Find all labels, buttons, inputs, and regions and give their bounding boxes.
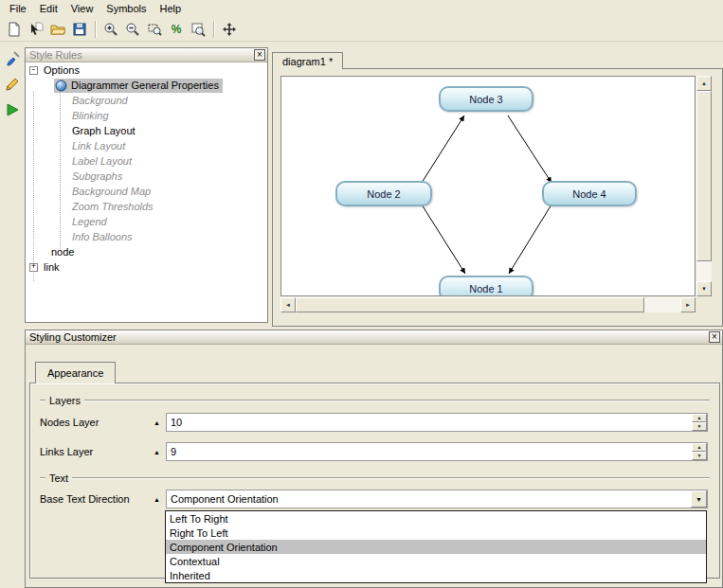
spinner-down-icon[interactable]: ▼ xyxy=(692,422,707,431)
tree-selection-highlight: Diagrammer General Properties xyxy=(54,79,223,93)
vertical-scrollbar[interactable]: ▲ ▼ xyxy=(696,76,712,296)
tree-item-link[interactable]: + link xyxy=(26,259,267,275)
zoom-out-icon[interactable] xyxy=(122,19,143,40)
tree-item-label: Blinking xyxy=(72,110,109,121)
dropdown-option-right-to-left[interactable]: Right To Left xyxy=(166,526,706,540)
styling-customizer-close-button[interactable]: × xyxy=(709,331,720,343)
nodes-layer-field[interactable]: ▲ ▼ xyxy=(166,413,708,432)
horizontal-scrollbar-thumb[interactable] xyxy=(296,297,644,312)
tree-item-background[interactable]: Background xyxy=(26,93,267,108)
layers-group-header: Layers xyxy=(40,395,710,405)
spinner-up-icon[interactable]: ▲ xyxy=(692,443,707,452)
style-rules-close-button[interactable]: × xyxy=(254,49,265,61)
expand-icon[interactable]: + xyxy=(29,263,38,272)
style-rules-header: Style Rules × xyxy=(26,48,267,62)
tree-item-label: Subgraphs xyxy=(72,170,122,182)
diagram-node-4[interactable]: Node 4 xyxy=(542,181,637,206)
vertical-scrollbar-thumb[interactable] xyxy=(696,91,712,261)
combo-selected-value: Component Orientation xyxy=(171,493,279,505)
tree-item-diagrammer-general-properties[interactable]: Diagrammer General Properties xyxy=(26,78,267,93)
save-icon[interactable] xyxy=(69,19,90,40)
links-layer-label: Links Layer xyxy=(40,446,154,457)
base-text-direction-dropdown-list: Left To Right Right To Left Component Or… xyxy=(165,510,707,583)
diagram-canvas[interactable]: Node 3 Node 2 Node 4 Node 1 xyxy=(280,76,696,296)
zoom-percent-icon[interactable]: % xyxy=(166,19,187,40)
diagram-body: Node 3 Node 2 Node 4 Node 1 ▲ ▼ ◄ ► xyxy=(272,68,723,327)
tree-item-label-layout[interactable]: Label Layout xyxy=(26,153,267,169)
toolbar-separator xyxy=(213,21,215,38)
main-toolbar: % xyxy=(0,17,723,42)
menu-edit[interactable]: Edit xyxy=(33,2,64,15)
pan-icon[interactable] xyxy=(219,19,240,40)
links-layer-spinner[interactable]: ▲ ▼ xyxy=(692,443,707,460)
diagrammer-properties-icon xyxy=(55,80,67,92)
styling-customizer-panel: Styling Customizer × Appearance Layers N… xyxy=(25,330,723,588)
spinner-up-icon[interactable]: ▲ xyxy=(692,414,707,422)
zoom-in-icon[interactable] xyxy=(100,19,121,40)
base-text-direction-row: Base Text Direction ▲ Component Orientat… xyxy=(40,490,708,508)
tree-item-node[interactable]: node xyxy=(26,244,267,259)
tree-item-zoom-thresholds[interactable]: Zoom Thresholds xyxy=(26,199,267,214)
menu-file[interactable]: File xyxy=(3,2,33,15)
scroll-right-icon[interactable]: ► xyxy=(680,297,696,312)
group-rule-line xyxy=(72,477,710,479)
open-folder-icon[interactable] xyxy=(47,19,68,40)
nodes-layer-row: Nodes Layer ▲ ▲ ▼ xyxy=(40,413,708,432)
tree-item-label: Diagrammer General Properties xyxy=(71,80,219,91)
diagram-node-2[interactable]: Node 2 xyxy=(335,181,432,206)
links-layer-field[interactable]: ▲ ▼ xyxy=(166,442,708,461)
style-rules-panel: Style Rules × - Options Diagrammer Gener… xyxy=(25,47,268,323)
tree-item-label: Legend xyxy=(72,216,107,227)
tree-item-blinking[interactable]: Blinking xyxy=(26,108,267,123)
tab-appearance-label: Appearance xyxy=(47,367,103,379)
fit-to-window-icon[interactable] xyxy=(188,19,208,40)
base-text-direction-combo[interactable]: Component Orientation ▼ xyxy=(166,490,708,508)
dropdown-option-left-to-right[interactable]: Left To Right xyxy=(166,511,706,526)
tree-item-subgraphs[interactable]: Subgraphs xyxy=(26,169,267,184)
scroll-left-icon[interactable]: ◄ xyxy=(280,297,296,312)
menu-help[interactable]: Help xyxy=(154,2,189,15)
scroll-down-icon[interactable]: ▼ xyxy=(696,281,712,296)
tree-item-options[interactable]: - Options xyxy=(26,62,267,78)
run-icon[interactable] xyxy=(3,100,22,119)
diagram-node-3[interactable]: Node 3 xyxy=(439,86,533,112)
dropdown-option-inherited[interactable]: Inherited xyxy=(166,568,706,582)
advanced-marker-icon: ▲ xyxy=(154,419,166,426)
diagram-node-1[interactable]: Node 1 xyxy=(439,276,533,296)
horizontal-scrollbar[interactable]: ◄ ► xyxy=(280,297,696,312)
collapse-icon[interactable]: - xyxy=(29,66,38,75)
scroll-up-icon[interactable]: ▲ xyxy=(696,76,712,91)
combo-dropdown-icon[interactable]: ▼ xyxy=(691,490,707,508)
nodes-layer-spinner[interactable]: ▲ ▼ xyxy=(692,414,707,431)
tree-item-label: node xyxy=(51,246,74,258)
dropdown-option-component-orientation[interactable]: Component Orientation xyxy=(166,540,706,554)
menu-view[interactable]: View xyxy=(64,2,100,15)
tree-item-label: Options xyxy=(44,64,80,76)
zoom-area-icon[interactable] xyxy=(144,19,165,40)
spinner-down-icon[interactable]: ▼ xyxy=(692,452,707,460)
tree-item-link-layout[interactable]: Link Layout xyxy=(26,138,267,153)
tree-item-graph-layout[interactable]: Graph Layout xyxy=(26,123,267,138)
new-document-icon[interactable] xyxy=(4,19,25,40)
tree-item-background-map[interactable]: Background Map xyxy=(26,184,267,199)
tree-item-legend[interactable]: Legend xyxy=(26,214,267,229)
toolbar-separator xyxy=(95,21,97,38)
base-text-direction-label: Base Text Direction xyxy=(40,493,154,505)
tree-item-label: Background Map xyxy=(72,186,151,197)
tree-item-label: Graph Layout xyxy=(72,125,136,136)
svg-text:%: % xyxy=(172,23,182,36)
tab-diagram1[interactable]: diagram1 * xyxy=(272,52,343,69)
tree-item-label: Info Balloons xyxy=(72,231,133,242)
side-toolbar xyxy=(0,42,25,588)
style-brush-icon[interactable] xyxy=(3,49,22,68)
tree-item-info-balloons[interactable]: Info Balloons xyxy=(26,229,267,244)
menu-symbols[interactable]: Symbols xyxy=(99,2,153,15)
links-layer-input[interactable] xyxy=(168,444,690,459)
nodes-layer-input[interactable] xyxy=(168,415,690,430)
group-rule-line xyxy=(40,400,45,401)
tab-appearance[interactable]: Appearance xyxy=(35,362,116,383)
menu-bar: File Edit View Symbols Help xyxy=(0,0,723,17)
edit-pencil-icon[interactable] xyxy=(3,75,22,94)
select-mode-icon[interactable] xyxy=(26,19,46,40)
dropdown-option-contextual[interactable]: Contextual xyxy=(166,554,706,568)
